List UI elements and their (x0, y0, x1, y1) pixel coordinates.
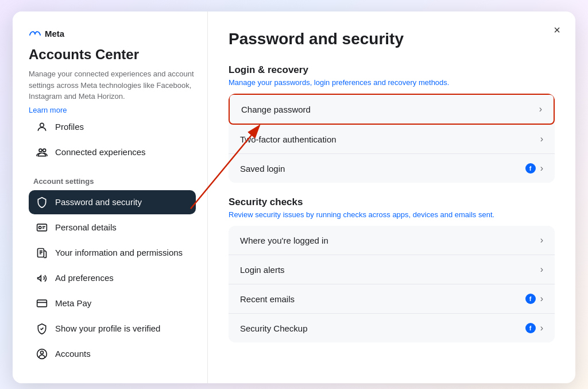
sidebar-item-ad-preferences[interactable]: Ad preferences (29, 266, 196, 290)
profiles-label: Profiles (55, 122, 84, 132)
chevron-right-icon: › (540, 264, 543, 275)
facebook-icon: f (525, 294, 536, 304)
sidebar-title: Accounts Center (29, 47, 196, 63)
sidebar-item-connected[interactable]: Connected experiences (29, 140, 196, 164)
id-card-icon (36, 221, 48, 234)
accounts-label: Accounts (55, 349, 91, 359)
ad-preferences-label: Ad preferences (55, 273, 114, 283)
security-checkup-right: f › (525, 323, 543, 333)
security-checks-heading: Security checks (229, 197, 555, 208)
change-password-item[interactable]: Change password › (229, 94, 555, 125)
card-icon (36, 297, 48, 310)
recent-emails-right: f › (525, 294, 543, 304)
sidebar-item-accounts[interactable]: Accounts (29, 342, 196, 366)
login-alerts-right: › (540, 264, 543, 275)
recent-emails-label: Recent emails (240, 294, 295, 304)
people-icon (36, 146, 48, 159)
login-settings-list: Change password › Two-factor authenticat… (229, 94, 555, 183)
meta-logo-icon (29, 28, 41, 40)
chevron-right-icon: › (540, 235, 543, 245)
two-factor-item[interactable]: Two-factor authentication › (229, 125, 555, 154)
where-logged-in-right: › (540, 235, 543, 245)
personal-details-label: Personal details (55, 222, 117, 232)
sidebar-item-show-verified[interactable]: Show your profile is verified (29, 317, 196, 341)
svg-point-1 (39, 149, 42, 152)
sidebar-description: Manage your connected experiences and ac… (29, 68, 196, 102)
two-factor-right: › (540, 134, 543, 144)
chevron-right-icon: › (540, 163, 543, 174)
close-button[interactable]: × (548, 21, 566, 39)
person-circle-icon (36, 348, 48, 360)
saved-login-right: f › (525, 163, 543, 174)
check-shield-icon (36, 322, 48, 335)
change-password-label: Change password (241, 105, 311, 114)
svg-point-11 (41, 351, 44, 354)
megaphone-icon (36, 272, 48, 284)
modal-container: × Meta Accounts Center Manage your conne… (13, 11, 575, 383)
login-alerts-label: Login alerts (240, 265, 285, 275)
svg-rect-8 (37, 300, 47, 307)
recent-emails-item[interactable]: Recent emails f › (229, 284, 555, 314)
connected-experiences-label: Connected experiences (55, 147, 146, 157)
sidebar-item-meta-pay[interactable]: Meta Pay (29, 291, 196, 315)
facebook-icon: f (525, 163, 536, 174)
shield-icon (36, 196, 48, 209)
sidebar-item-personal-details[interactable]: Personal details (29, 215, 196, 240)
svg-point-0 (40, 123, 44, 127)
svg-point-4 (39, 226, 41, 228)
saved-login-label: Saved login (240, 164, 285, 174)
login-recovery-heading: Login & recovery (229, 64, 555, 76)
show-verified-label: Show your profile is verified (55, 323, 160, 333)
sidebar-item-your-information[interactable]: Your information and permissions (29, 241, 196, 265)
lock-doc-icon (36, 247, 48, 259)
chevron-right-icon: › (539, 104, 542, 114)
password-security-label: Password and security (55, 197, 142, 207)
where-logged-in-label: Where you're logged in (240, 236, 328, 245)
security-checks-section: Security checks Review security issues b… (229, 197, 555, 219)
security-checkup-item[interactable]: Security Checkup f › (229, 314, 555, 342)
sidebar-nav-items: Profiles Connected experiences (29, 115, 196, 164)
sidebar-item-profiles[interactable]: Profiles (29, 115, 196, 139)
saved-login-item[interactable]: Saved login f › (229, 154, 555, 183)
main-content: Password and security Login & recovery M… (208, 11, 575, 383)
security-settings-list: Where you're logged in › Login alerts › … (229, 226, 555, 342)
meta-logo-text: Meta (45, 29, 64, 38)
chevron-right-icon: › (540, 134, 543, 144)
svg-point-2 (43, 149, 46, 152)
facebook-icon: f (525, 323, 536, 333)
page-title: Password and security (229, 30, 555, 48)
change-password-right: › (539, 104, 542, 114)
meta-logo: Meta (29, 28, 196, 40)
sidebar-item-password-security[interactable]: Password and security (29, 190, 196, 214)
where-logged-in-item[interactable]: Where you're logged in › (229, 226, 555, 255)
your-information-label: Your information and permissions (55, 248, 183, 257)
security-checkup-label: Security Checkup (240, 323, 308, 333)
login-recovery-subtext: Manage your passwords, login preferences… (229, 78, 555, 87)
sidebar: Meta Accounts Center Manage your connect… (13, 11, 208, 383)
meta-pay-label: Meta Pay (55, 298, 91, 308)
chevron-right-icon: › (540, 294, 543, 304)
login-recovery-section: Login & recovery Manage your passwords, … (229, 64, 555, 87)
account-settings-items: Password and security Personal details Y… (29, 190, 196, 366)
learn-more-link[interactable]: Learn more (29, 106, 67, 114)
chevron-right-icon: › (540, 323, 543, 333)
person-icon (36, 121, 48, 133)
two-factor-label: Two-factor authentication (240, 134, 336, 144)
security-checks-subtext: Review security issues by running checks… (229, 210, 555, 219)
login-alerts-item[interactable]: Login alerts › (229, 255, 555, 284)
account-settings-label: Account settings (29, 177, 196, 186)
